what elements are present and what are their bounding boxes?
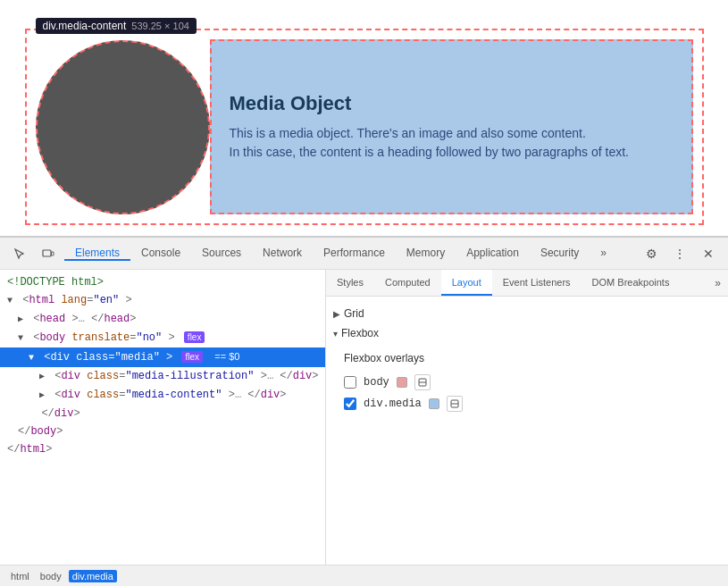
tab-security[interactable]: Security [530, 247, 590, 261]
expand-triangle[interactable]: ▼ [7, 293, 16, 309]
expand-triangle[interactable]: ▶ [39, 388, 48, 404]
tab-application[interactable]: Application [456, 247, 530, 261]
breadcrumb-body[interactable]: body [37, 570, 65, 582]
overlay-div-media-icon-btn[interactable] [447, 396, 463, 412]
breadcrumb-div-media[interactable]: div.media [69, 570, 117, 582]
div-close-line[interactable]: </div> [0, 405, 325, 423]
flexbox-triangle: ▾ [333, 329, 338, 339]
expand-triangle[interactable]: ▶ [18, 312, 27, 328]
preview-frame: div.media-content 539.25 × 104 Media Obj… [25, 29, 704, 225]
div-illustration-line[interactable]: ▶ <div class="media-illustration" >… </d… [0, 367, 325, 386]
devtools-panel: Elements Console Sources Network Perform… [0, 237, 728, 586]
tab-console[interactable]: Console [130, 247, 191, 261]
tab-styles[interactable]: Styles [326, 270, 374, 296]
device-toggle-icon[interactable] [36, 241, 61, 266]
media-content-box: Media Object This is a media object. The… [210, 39, 693, 214]
overlay-body-color[interactable] [397, 377, 407, 388]
breadcrumb-html[interactable]: html [7, 570, 33, 582]
devtools-tabs: Elements Console Sources Network Perform… [64, 247, 635, 261]
overlay-div-media-color[interactable] [429, 398, 439, 409]
toolbar-right: ⚙ ⋮ ✕ [639, 241, 721, 266]
expand-triangle[interactable]: ▶ [39, 369, 48, 385]
body-close-line[interactable]: </body> [0, 423, 325, 440]
overlay-body-checkbox[interactable] [344, 376, 356, 389]
preview-area: div.media-content 539.25 × 104 Media Obj… [0, 0, 728, 237]
media-illustration [36, 40, 210, 214]
div-content-line[interactable]: ▶ <div class="media-content" >… </div> [0, 386, 325, 405]
flex-badge[interactable]: flex [181, 351, 203, 363]
expand-triangle[interactable]: ▼ [18, 331, 27, 347]
tab-performance[interactable]: Performance [313, 247, 396, 261]
close-icon[interactable]: ✕ [696, 241, 721, 266]
tab-computed[interactable]: Computed [374, 270, 441, 296]
devtools-toolbar: Elements Console Sources Network Perform… [0, 238, 728, 270]
styles-tabs-overflow[interactable]: » [707, 270, 728, 296]
tab-dom-breakpoints[interactable]: DOM Breakpoints [582, 270, 681, 296]
grid-section-header[interactable]: ▶ Grid [326, 304, 728, 323]
tab-layout[interactable]: Layout [441, 270, 492, 296]
body-line[interactable]: ▼ <body translate="no" > flex [0, 329, 325, 347]
tab-overflow[interactable]: » [590, 247, 617, 261]
overlay-body-label: body [364, 376, 389, 389]
grid-label: Grid [344, 307, 364, 320]
media-heading: Media Object [230, 92, 674, 115]
layout-content: ▶ Grid ▾ Flexbox Flexbox overlays body [326, 297, 728, 565]
head-line[interactable]: ▶ <head >… </head> [0, 310, 325, 329]
svg-rect-1 [52, 252, 54, 255]
cursor-icon[interactable] [7, 241, 32, 266]
tab-network[interactable]: Network [252, 247, 313, 261]
devtools-main: <!DOCTYPE html> ▼ <html lang="en" > ▶ <h… [0, 270, 728, 565]
flex-badge[interactable]: flex [184, 331, 205, 343]
flexbox-section-content: Flexbox overlays body [326, 343, 728, 420]
media-text-2: In this case, the content is a heading f… [230, 143, 674, 162]
dollar-sign: == $0 [214, 351, 239, 362]
doctype-line[interactable]: <!DOCTYPE html> [0, 273, 325, 291]
grid-triangle: ▶ [333, 309, 340, 319]
html-open-line[interactable]: ▼ <html lang="en" > [0, 291, 325, 310]
breadcrumb-bar: html body div.media [0, 565, 728, 586]
more-options-icon[interactable]: ⋮ [667, 241, 692, 266]
settings-icon[interactable]: ⚙ [639, 241, 664, 266]
overlay-div-media-checkbox[interactable] [344, 398, 356, 410]
tab-event-listeners[interactable]: Event Listeners [492, 270, 582, 296]
tab-memory[interactable]: Memory [396, 247, 456, 261]
tab-sources[interactable]: Sources [191, 247, 252, 261]
flexbox-label: Flexbox [341, 327, 379, 339]
svg-rect-0 [43, 250, 51, 256]
overlay-body-icon-btn[interactable] [414, 374, 431, 390]
styles-panel: Styles Computed Layout Event Listeners D… [326, 270, 728, 565]
styles-tabs: Styles Computed Layout Event Listeners D… [326, 270, 728, 297]
tooltip-element-name: div.media-content [43, 20, 127, 32]
expand-triangle[interactable]: ▼ [29, 350, 38, 366]
flexbox-section-header[interactable]: ▾ Flexbox [326, 323, 728, 343]
div-media-line[interactable]: ▼ <div class="media" > flex == $0 [0, 347, 325, 367]
media-text-1: This is a media object. There's an image… [230, 124, 674, 143]
html-close-line[interactable]: </html> [0, 440, 325, 458]
tab-elements[interactable]: Elements [64, 247, 130, 261]
elements-panel: <!DOCTYPE html> ▼ <html lang="en" > ▶ <h… [0, 270, 326, 565]
overlay-row-div-media: div.media [344, 393, 710, 414]
overlay-row-body: body [344, 372, 710, 393]
tooltip-dimensions: 539.25 × 104 [131, 21, 189, 31]
element-tooltip: div.media-content 539.25 × 104 [36, 18, 197, 34]
flexbox-overlays-title: Flexbox overlays [344, 348, 710, 372]
overlay-div-media-label: div.media [364, 398, 422, 410]
